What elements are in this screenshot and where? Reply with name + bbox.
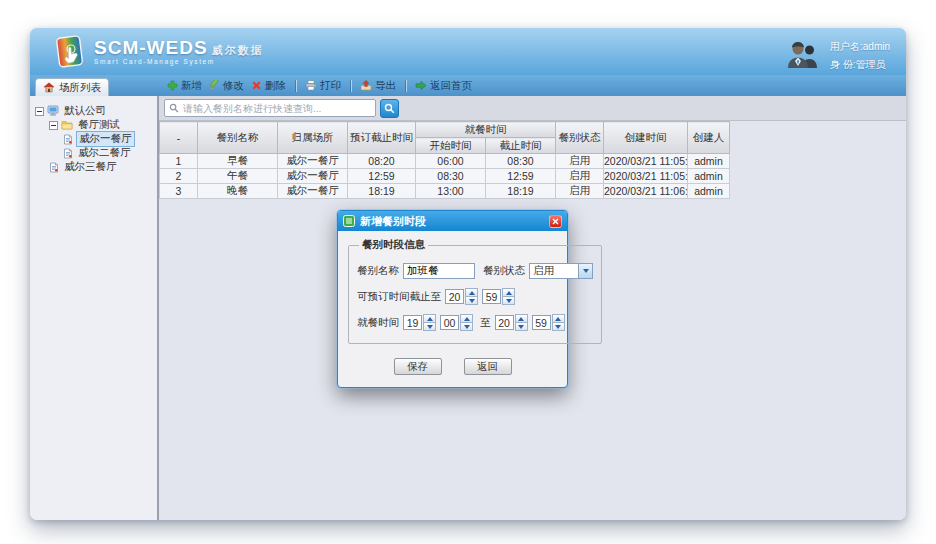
table-row[interactable]: 1早餐威尔一餐厅08:2006:0008:30启用2020/03/21 11:0… [160, 154, 730, 169]
toolbar-button-label: 打印 [320, 79, 341, 93]
spinner-value[interactable]: 19 [403, 315, 422, 330]
collapse-icon[interactable] [49, 121, 58, 130]
search-input[interactable] [183, 103, 371, 114]
table-cell: 启用 [556, 169, 604, 184]
spinner-down-icon[interactable] [515, 323, 528, 331]
header-start-time: 开始时间 [416, 138, 486, 154]
tree-item-1[interactable]: 餐厅测试 [30, 118, 157, 132]
toolbar-button-add[interactable]: 新增 [167, 79, 202, 93]
toolbar-button-label: 返回首页 [430, 79, 472, 93]
table-cell: 午餐 [198, 169, 278, 184]
toolbar-button-print[interactable]: 打印 [305, 79, 341, 93]
spinner-value[interactable]: 59 [482, 289, 501, 304]
dining-start-hour-spinner[interactable]: 19 [403, 314, 436, 331]
page-icon [49, 162, 59, 173]
header-dining-group: 就餐时间 [416, 122, 556, 138]
toolbar-button-delete[interactable]: 删除 [251, 79, 286, 93]
table-cell: 启用 [556, 154, 604, 169]
booking-deadline-row: 可预订时间截止至 20 59 [357, 288, 593, 305]
meal-name-label: 餐别名称 [357, 264, 399, 278]
spinner-value[interactable]: 59 [532, 315, 551, 330]
meal-name-row: 餐别名称 餐别状态 启用 [357, 263, 593, 279]
table-cell: 13:00 [416, 184, 486, 199]
tree-item-label[interactable]: 默认公司 [62, 104, 108, 118]
computer-icon [47, 105, 59, 117]
spinner-up-icon[interactable] [423, 314, 436, 323]
spinner-value[interactable]: 20 [445, 289, 464, 304]
search-input-box [164, 99, 376, 117]
app-window: SCM-WEDS威尔数据 Smart Card-Manage System [30, 28, 906, 520]
home-arrow-icon [415, 80, 427, 91]
tree-item-label[interactable]: 威尔一餐厅 [76, 131, 135, 147]
header-meal-name: 餐别名称 [198, 122, 278, 154]
table-row[interactable]: 3晚餐威尔一餐厅18:1913:0018:19启用2020/03/21 11:0… [160, 184, 730, 199]
fieldset-legend: 餐别时段信息 [359, 238, 428, 252]
tree-item-2[interactable]: 威尔一餐厅 [30, 132, 157, 146]
table-cell: 06:00 [416, 154, 486, 169]
dining-start-minute-spinner[interactable]: 00 [440, 314, 473, 331]
tree-item-label[interactable]: 威尔三餐厅 [62, 160, 119, 174]
save-button[interactable]: 保存 [394, 358, 442, 375]
logo: SCM-WEDS威尔数据 Smart Card-Manage System [52, 33, 264, 71]
dining-time-row: 就餐时间 19 00 至 20 [357, 314, 593, 331]
toolbar-separator [405, 80, 406, 92]
back-button[interactable]: 返回 [464, 358, 512, 375]
chevron-down-icon[interactable] [578, 264, 592, 278]
spinner-down-icon[interactable] [460, 323, 473, 331]
spinner-down-icon[interactable] [502, 297, 515, 305]
to-label: 至 [480, 316, 491, 330]
spinner-value[interactable]: 20 [495, 315, 514, 330]
toolbar-button-edit[interactable]: 修改 [209, 79, 244, 93]
spinner-up-icon[interactable] [515, 314, 528, 323]
dialog-add-meal-period: 新增餐别时段 餐别时段信息 餐别名称 餐别状态 启用 [337, 210, 568, 388]
toolbar-button-home-arrow[interactable]: 返回首页 [415, 79, 472, 93]
booking-deadline-label: 可预订时间截止至 [357, 290, 441, 304]
collapse-icon[interactable] [35, 107, 44, 116]
search-button[interactable] [380, 99, 399, 118]
table-cell: 2 [160, 169, 198, 184]
meal-status-select[interactable]: 启用 [529, 263, 593, 279]
spinner-down-icon[interactable] [423, 323, 436, 331]
tree-item-label[interactable]: 餐厅测试 [76, 118, 122, 132]
user-text: 用户名:admin 身 份:管理员 [830, 36, 890, 76]
table-cell: 威尔一餐厅 [278, 154, 348, 169]
sidebar: 默认公司餐厅测试威尔一餐厅威尔二餐厅威尔三餐厅 [30, 96, 159, 520]
dialog-titlebar[interactable]: 新增餐别时段 [338, 211, 567, 231]
spinner-value[interactable]: 00 [440, 315, 459, 330]
tree-item-3[interactable]: 威尔二餐厅 [30, 146, 157, 160]
toolbar-button-export[interactable]: 导出 [360, 79, 396, 93]
tab-place-list[interactable]: 场所列表 [35, 78, 109, 96]
dialog-close-button[interactable] [549, 215, 562, 228]
page-icon [63, 134, 73, 145]
dialog-title: 新增餐别时段 [360, 214, 426, 229]
table-body: 1早餐威尔一餐厅08:2006:0008:30启用2020/03/21 11:0… [160, 154, 730, 199]
booking-deadline-minute-spinner[interactable]: 59 [482, 288, 515, 305]
toolbar-button-label: 新增 [181, 79, 202, 93]
header-status: 餐别状态 [556, 122, 604, 154]
spinner-up-icon[interactable] [465, 288, 478, 297]
table-cell: 18:19 [486, 184, 556, 199]
header-booking-deadline: 预订截止时间 [348, 122, 416, 154]
page-background: SCM-WEDS威尔数据 Smart Card-Manage System [0, 0, 936, 544]
tree-item-4[interactable]: 威尔三餐厅 [30, 160, 157, 174]
table-cell: 晚餐 [198, 184, 278, 199]
search-icon [169, 103, 179, 113]
meal-name-field[interactable] [403, 263, 475, 279]
table-row[interactable]: 2午餐威尔一餐厅12:5908:3012:59启用2020/03/21 11:0… [160, 169, 730, 184]
tree-item-label[interactable]: 威尔二餐厅 [76, 146, 133, 160]
table-cell: 威尔一餐厅 [278, 184, 348, 199]
spinner-up-icon[interactable] [552, 314, 565, 323]
spinner-up-icon[interactable] [460, 314, 473, 323]
table-cell: 2020/03/21 11:06:05 [604, 184, 688, 199]
booking-deadline-hour-spinner[interactable]: 20 [445, 288, 478, 305]
spinner-down-icon[interactable] [552, 323, 565, 331]
meal-period-fieldset: 餐别时段信息 餐别名称 餐别状态 启用 可预订时间截止至 20 [348, 238, 602, 344]
tree-item-0[interactable]: 默认公司 [30, 104, 157, 118]
spinner-down-icon[interactable] [465, 297, 478, 305]
table-cell: 早餐 [198, 154, 278, 169]
table-cell: 2020/03/21 11:05:52 [604, 169, 688, 184]
spinner-up-icon[interactable] [502, 288, 515, 297]
dining-end-minute-spinner[interactable]: 59 [532, 314, 565, 331]
search-bar [159, 96, 906, 121]
dining-end-hour-spinner[interactable]: 20 [495, 314, 528, 331]
